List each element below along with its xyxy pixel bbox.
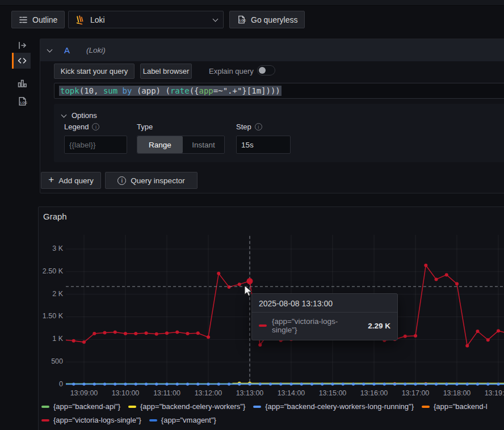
legend-input[interactable]: {{label}} — [64, 136, 127, 154]
datasource-name: Loki — [90, 15, 105, 24]
label-browser-label: Label browser — [143, 67, 190, 75]
sidebar-item-logs[interactable]: LOG — [14, 93, 31, 109]
sidebar-item-code[interactable] — [14, 53, 31, 69]
collapse-chevron-icon[interactable] — [47, 47, 53, 52]
datasource-picker[interactable]: Loki — [68, 11, 224, 28]
query-token-keyword: by — [123, 86, 132, 95]
x-axis-tick: 13:17:00 — [396, 389, 435, 397]
options-section-label: Options — [72, 111, 97, 120]
legend-field-label: Legend i — [64, 123, 99, 131]
loki-logo — [74, 15, 85, 25]
y-axis-tick: 2 K — [40, 290, 63, 298]
query-token-plain: =~ — [213, 86, 223, 95]
query-token-plain: }[1m]))) — [242, 86, 280, 95]
y-axis-tick: 0 — [40, 380, 63, 388]
legend-label: {app="backend-celery-workers-long-runnin… — [265, 402, 414, 411]
type-option-instant[interactable]: Instant — [183, 136, 224, 153]
logs-document-icon: LOG — [237, 15, 246, 24]
tooltip-series-swatch — [259, 324, 267, 327]
y-axis-tick: 500 — [40, 357, 63, 365]
add-query-label: Add query — [58, 176, 94, 185]
query-token-plain: (app) ( — [132, 86, 170, 95]
legend-swatch — [253, 406, 261, 408]
legend-item[interactable]: {app="backend-celery-workers-long-runnin… — [253, 402, 414, 411]
legend-swatch — [128, 406, 136, 408]
sidebar-item-expand[interactable] — [14, 37, 31, 53]
kick-start-query-button[interactable]: Kick start your query — [54, 64, 135, 79]
query-ref-id: A — [64, 45, 70, 55]
legend-swatch — [149, 419, 157, 421]
info-icon[interactable]: i — [255, 123, 262, 130]
query-options-section: Options Legend i {{label}} Type Range In… — [54, 104, 504, 162]
legend-item[interactable]: {app="backend-api"} — [41, 402, 120, 411]
step-input[interactable]: 15s — [236, 136, 291, 154]
tooltip-series-label: {app="victoria-logs-single"} — [272, 317, 362, 334]
type-field-label: Type — [137, 123, 153, 131]
type-label-text: Type — [137, 123, 153, 131]
legend-label: {app="vmagent"} — [161, 416, 216, 424]
x-axis-tick: 13:15:00 — [313, 389, 352, 397]
outline-label: Outline — [32, 15, 57, 24]
query-code-input[interactable]: topk(10, sum by (app) (rate({app=~".+"}[… — [54, 83, 504, 99]
query-editor-panel: A (Loki) Kick start your query Label bro… — [40, 39, 504, 193]
explain-query-toggle[interactable] — [257, 65, 275, 75]
query-inspector-label: Query inspector — [131, 176, 184, 185]
chart-tooltip: 2025-08-08 13:13:00 {app="victoria-logs-… — [251, 293, 398, 340]
go-queryless-label: Go queryless — [251, 15, 297, 24]
go-queryless-button[interactable]: LOG Go queryless — [229, 11, 305, 28]
query-datasource-hint: (Loki) — [86, 46, 106, 54]
query-inspector-button[interactable]: i Query inspector — [105, 172, 198, 189]
tooltip-series-row: {app="victoria-logs-single"} 2.29 K — [252, 313, 397, 340]
x-axis-tick: 13:11:00 — [147, 389, 187, 397]
legend-item[interactable]: {app="backend-celery-workers"} — [128, 402, 245, 411]
step-field-label: Step i — [236, 123, 262, 131]
options-collapse-toggle[interactable]: Options — [62, 111, 97, 120]
legend-swatch — [41, 406, 49, 408]
kick-start-label: Kick start your query — [61, 67, 128, 75]
y-axis-tick: 1 K — [40, 335, 63, 343]
tooltip-series-value: 2.29 K — [368, 322, 390, 330]
sidebar-item-chart[interactable] — [14, 75, 31, 91]
toggle-knob — [259, 67, 266, 74]
svg-text:LOG: LOG — [20, 100, 27, 104]
query-token-plain: (10, — [79, 86, 103, 95]
chart-legend-row: {app="victoria-logs-single"}{app="vmagen… — [41, 416, 216, 424]
query-token-string: ".+" — [223, 86, 242, 95]
chart-legend-row: {app="backend-api"}{app="backend-celery-… — [41, 402, 488, 411]
type-option-range[interactable]: Range — [137, 136, 183, 153]
legend-label: {app="backend-api"} — [53, 402, 120, 411]
plus-icon: + — [48, 174, 54, 186]
legend-item[interactable]: {app="backend-l — [422, 402, 488, 411]
mouse-cursor — [242, 284, 255, 298]
pane-expand-icon — [16, 40, 28, 51]
x-axis-tick: 13:16:00 — [354, 389, 394, 397]
outline-button[interactable]: Outline — [11, 11, 65, 28]
top-edge-strip — [0, 0, 504, 6]
x-axis-tick: 13:19:00 — [478, 389, 504, 397]
legend-item[interactable]: {app="victoria-logs-single"} — [41, 416, 141, 424]
add-query-button[interactable]: + Add query — [41, 172, 101, 189]
y-axis-tick: 1.50 K — [40, 312, 63, 320]
explain-query-label: Explain query — [209, 67, 254, 75]
step-label-text: Step — [236, 123, 251, 131]
y-axis-tick: 3 K — [40, 244, 63, 252]
label-browser-button[interactable]: Label browser — [140, 64, 192, 79]
legend-swatch — [41, 419, 49, 421]
query-token-plain: ({ — [190, 86, 199, 95]
logs-document-icon: LOG — [17, 96, 28, 107]
type-segmented-control: Range Instant — [137, 136, 225, 154]
chevron-down-icon — [213, 16, 219, 22]
x-axis-tick: 13:13:00 — [230, 389, 270, 397]
x-axis-tick: 13:14:00 — [271, 389, 311, 397]
x-axis-tick: 13:09:00 — [64, 389, 104, 397]
legend-item[interactable]: {app="vmagent"} — [149, 416, 216, 424]
svg-text:LOG: LOG — [240, 19, 246, 22]
info-icon[interactable]: i — [92, 123, 99, 130]
x-axis-tick: 13:18:00 — [437, 389, 477, 397]
query-token-label: app — [199, 86, 213, 95]
query-token-plain — [117, 86, 122, 95]
query-row-header[interactable]: A (Loki) — [40, 39, 504, 61]
legend-label-text: Legend — [64, 123, 89, 131]
query-text: topk(10, sum by (app) (rate({app=~".+"}[… — [59, 86, 282, 96]
options-chevron-icon — [61, 112, 67, 117]
